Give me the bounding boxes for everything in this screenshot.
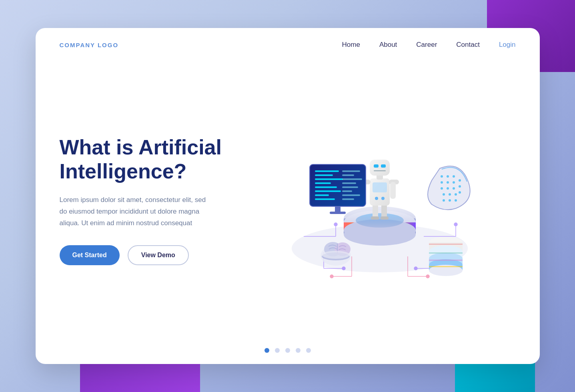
ai-illustration-svg — [264, 100, 496, 300]
svg-rect-56 — [342, 182, 356, 184]
svg-point-73 — [453, 187, 455, 190]
svg-rect-29 — [381, 216, 389, 220]
svg-rect-39 — [370, 160, 390, 176]
svg-point-63 — [441, 175, 443, 178]
svg-rect-58 — [342, 190, 352, 192]
main-card: COMPANY LOGO Home About Career Contact L… — [36, 28, 540, 364]
pagination-dot-3[interactable] — [285, 348, 290, 353]
svg-rect-53 — [342, 170, 360, 172]
svg-rect-48 — [315, 182, 331, 184]
svg-point-75 — [443, 193, 445, 196]
svg-rect-57 — [342, 186, 358, 188]
hero-description: Lorem ipsum dolor sit amet, consectetur … — [60, 194, 212, 229]
pagination — [36, 336, 540, 364]
svg-point-64 — [447, 175, 449, 178]
svg-rect-45 — [315, 170, 339, 172]
nav-login[interactable]: Login — [499, 41, 516, 49]
nav-contact[interactable]: Contact — [456, 41, 480, 49]
svg-point-76 — [449, 193, 451, 196]
svg-rect-55 — [342, 178, 362, 180]
left-panel: What is Artificial Intelligence? Lorem i… — [60, 136, 244, 265]
svg-rect-54 — [342, 174, 354, 176]
svg-point-17 — [330, 275, 333, 278]
svg-point-18 — [426, 275, 429, 278]
svg-point-65 — [453, 175, 455, 178]
svg-point-66 — [459, 179, 461, 182]
svg-rect-28 — [371, 216, 379, 220]
company-logo: COMPANY LOGO — [60, 42, 119, 48]
svg-rect-96 — [429, 244, 463, 245]
svg-rect-37 — [390, 182, 396, 199]
hero-title: What is Artificial Intelligence? — [60, 136, 228, 184]
main-content: What is Artificial Intelligence? Lorem i… — [36, 57, 540, 336]
svg-rect-52 — [315, 198, 335, 200]
navbar: COMPANY LOGO Home About Career Contact L… — [36, 28, 540, 57]
svg-rect-47 — [315, 178, 343, 180]
svg-rect-49 — [315, 186, 337, 188]
svg-point-74 — [459, 191, 461, 194]
pagination-dot-4[interactable] — [296, 348, 301, 353]
svg-point-10 — [454, 223, 457, 226]
pagination-dot-2[interactable] — [275, 348, 280, 353]
svg-point-71 — [441, 187, 443, 190]
nav-about[interactable]: About — [379, 41, 397, 49]
svg-rect-98 — [429, 260, 463, 261]
svg-point-33 — [381, 197, 385, 200]
svg-rect-99 — [429, 266, 463, 267]
svg-rect-50 — [315, 190, 341, 192]
nav-links: Home About Career Contact Login — [342, 41, 516, 49]
svg-point-25 — [356, 213, 404, 228]
svg-point-32 — [375, 197, 378, 200]
svg-rect-59 — [342, 194, 360, 196]
pagination-dot-1[interactable] — [264, 348, 269, 353]
svg-point-80 — [455, 199, 457, 202]
nav-career[interactable]: Career — [416, 41, 437, 49]
svg-rect-97 — [429, 252, 463, 254]
view-demo-button[interactable]: View Demo — [128, 245, 189, 265]
svg-point-9 — [334, 223, 337, 226]
svg-point-67 — [441, 181, 443, 184]
svg-point-68 — [447, 181, 449, 184]
svg-point-12 — [414, 267, 417, 270]
cta-buttons: Get Started View Demo — [60, 245, 228, 265]
get-started-button[interactable]: Get Started — [60, 245, 120, 265]
svg-rect-62 — [330, 212, 346, 214]
svg-point-70 — [459, 185, 461, 188]
svg-point-79 — [449, 199, 451, 202]
svg-point-77 — [455, 193, 457, 196]
svg-rect-40 — [374, 164, 379, 168]
svg-rect-61 — [335, 206, 341, 212]
svg-point-69 — [453, 181, 455, 184]
svg-rect-46 — [315, 174, 333, 176]
right-panel — [244, 65, 516, 336]
svg-point-78 — [443, 199, 445, 202]
nav-home[interactable]: Home — [342, 41, 360, 49]
svg-rect-41 — [381, 164, 386, 168]
svg-rect-60 — [342, 198, 354, 200]
svg-rect-31 — [373, 182, 387, 192]
svg-point-86 — [322, 251, 350, 259]
pagination-dot-5[interactable] — [306, 348, 311, 353]
svg-point-11 — [342, 267, 345, 270]
svg-point-72 — [447, 187, 449, 190]
svg-rect-51 — [315, 194, 329, 196]
iso-illustration — [264, 100, 496, 300]
